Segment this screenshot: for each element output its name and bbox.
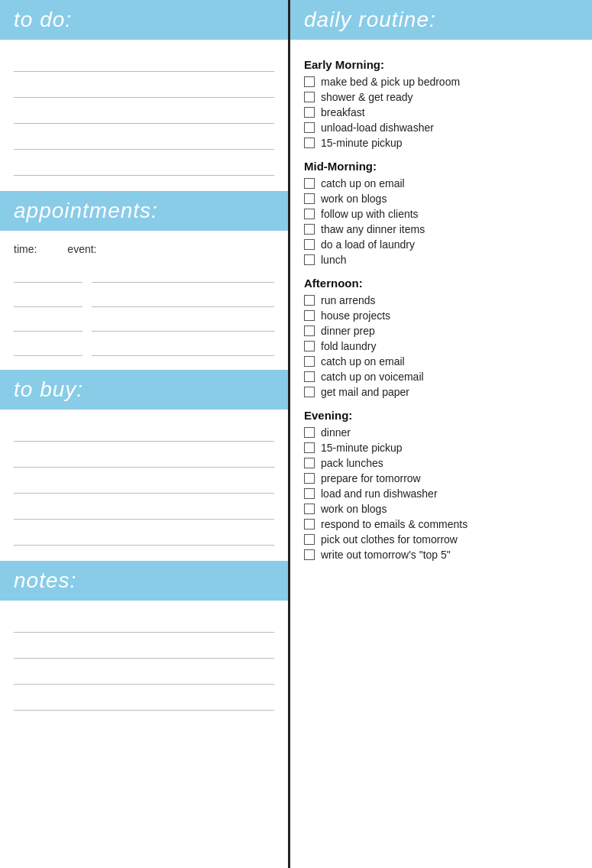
check-item: pack lunches	[304, 457, 578, 469]
checkbox-icon[interactable]	[304, 458, 315, 468]
check-item: pick out clothes for tomorrow	[304, 533, 578, 546]
tobuy-line	[14, 495, 274, 520]
check-item: dinner	[304, 426, 578, 439]
tobuy-line	[14, 521, 274, 546]
tobuy-line	[14, 443, 274, 468]
right-column: daily routine: Early Morning:make bed & …	[290, 0, 592, 868]
checkbox-icon[interactable]	[304, 107, 315, 118]
notes-body	[0, 601, 288, 726]
checkbox-icon[interactable]	[304, 442, 315, 453]
apt-time-field[interactable]	[14, 335, 82, 356]
appointments-section: appointments: time: event:	[0, 191, 288, 370]
checkbox-icon[interactable]	[304, 76, 315, 87]
checkbox-icon[interactable]	[304, 549, 315, 560]
checkbox-icon[interactable]	[304, 504, 315, 514]
check-item: work on blogs	[304, 503, 578, 515]
check-item-label: catch up on email	[321, 355, 405, 368]
checkbox-icon[interactable]	[304, 427, 315, 438]
apt-event-field[interactable]	[92, 335, 274, 356]
checkbox-icon[interactable]	[304, 310, 315, 321]
notes-line	[14, 608, 274, 633]
check-item: 15-minute pickup	[304, 137, 578, 149]
checkbox-icon[interactable]	[304, 473, 315, 484]
checkbox-icon[interactable]	[304, 341, 315, 351]
apt-time-field[interactable]	[14, 286, 82, 307]
apt-time-field[interactable]	[14, 310, 82, 332]
apt-row	[14, 283, 274, 307]
check-item-label: load and run dishwasher	[321, 487, 438, 500]
check-item-label: respond to emails & comments	[321, 518, 467, 530]
check-item-label: catch up on email	[321, 177, 405, 189]
appointments-labels: time: event:	[14, 238, 274, 258]
checkbox-icon[interactable]	[304, 138, 315, 148]
check-item-label: fold laundry	[321, 340, 376, 352]
checkbox-icon[interactable]	[304, 209, 315, 219]
apt-event-field[interactable]	[92, 261, 274, 283]
apt-event-field[interactable]	[92, 310, 274, 332]
checkbox-icon[interactable]	[304, 371, 315, 382]
notes-line	[14, 660, 274, 685]
check-item: write out tomorrow's "top 5"	[304, 549, 578, 561]
check-item: run arrends	[304, 294, 578, 306]
check-item: make bed & pick up bedroom	[304, 76, 578, 88]
checkbox-icon[interactable]	[304, 122, 315, 133]
checkbox-icon[interactable]	[304, 326, 315, 336]
notes-line	[14, 634, 274, 659]
check-item: thaw any dinner items	[304, 223, 578, 235]
check-item-label: catch up on voicemail	[321, 371, 424, 383]
check-item: catch up on email	[304, 355, 578, 368]
tobuy-line	[14, 469, 274, 494]
check-item-label: 15-minute pickup	[321, 137, 403, 149]
todo-line	[14, 99, 274, 124]
check-item: house projects	[304, 309, 578, 322]
right-body: Early Morning:make bed & pick up bedroom…	[290, 40, 592, 572]
check-item-label: pack lunches	[321, 457, 383, 469]
check-item-label: get mail and paper	[321, 386, 409, 398]
appointments-body: time: event:	[0, 231, 288, 370]
check-item: work on blogs	[304, 193, 578, 205]
checkbox-icon[interactable]	[304, 387, 315, 397]
left-column: to do: appointments: time: event:	[0, 0, 290, 868]
check-item-label: unload-load dishwasher	[321, 121, 434, 134]
tobuy-section: to buy:	[0, 370, 288, 561]
notes-header: notes:	[0, 561, 288, 601]
checkbox-icon[interactable]	[304, 534, 315, 545]
check-item-label: house projects	[321, 309, 390, 322]
todo-body	[0, 40, 288, 191]
check-item-label: run arrends	[321, 294, 376, 306]
checkbox-icon[interactable]	[304, 488, 315, 499]
check-item-label: dinner prep	[321, 325, 375, 337]
checkbox-icon[interactable]	[304, 295, 315, 306]
checkbox-icon[interactable]	[304, 519, 315, 530]
apt-row	[14, 332, 274, 356]
apt-time-field[interactable]	[14, 261, 82, 283]
check-item: lunch	[304, 254, 578, 266]
todo-section: to do:	[0, 0, 288, 191]
routine-section-title: Early Morning:	[304, 58, 578, 71]
checkbox-icon[interactable]	[304, 193, 315, 204]
check-item: respond to emails & comments	[304, 518, 578, 530]
check-item: dinner prep	[304, 325, 578, 337]
checkbox-icon[interactable]	[304, 178, 315, 189]
checkbox-icon[interactable]	[304, 239, 315, 250]
checkbox-icon[interactable]	[304, 254, 315, 265]
check-item-label: do a load of laundry	[321, 238, 415, 251]
apt-row	[14, 307, 274, 332]
event-label: event:	[67, 243, 96, 255]
tobuy-body	[0, 410, 288, 561]
todo-line	[14, 47, 274, 72]
checkbox-icon[interactable]	[304, 356, 315, 367]
checkbox-icon[interactable]	[304, 224, 315, 235]
apt-event-field[interactable]	[92, 286, 274, 307]
checkbox-icon[interactable]	[304, 92, 315, 102]
check-item: unload-load dishwasher	[304, 121, 578, 134]
routine-section-title: Mid-Morning:	[304, 160, 578, 173]
appointments-header: appointments:	[0, 191, 288, 231]
todo-line	[14, 125, 274, 150]
check-item-label: follow up with clients	[321, 208, 419, 220]
check-item: shower & get ready	[304, 91, 578, 103]
check-item-label: write out tomorrow's "top 5"	[321, 549, 451, 561]
check-item-label: pick out clothes for tomorrow	[321, 533, 458, 546]
apt-row	[14, 258, 274, 283]
check-item-label: make bed & pick up bedroom	[321, 76, 460, 88]
